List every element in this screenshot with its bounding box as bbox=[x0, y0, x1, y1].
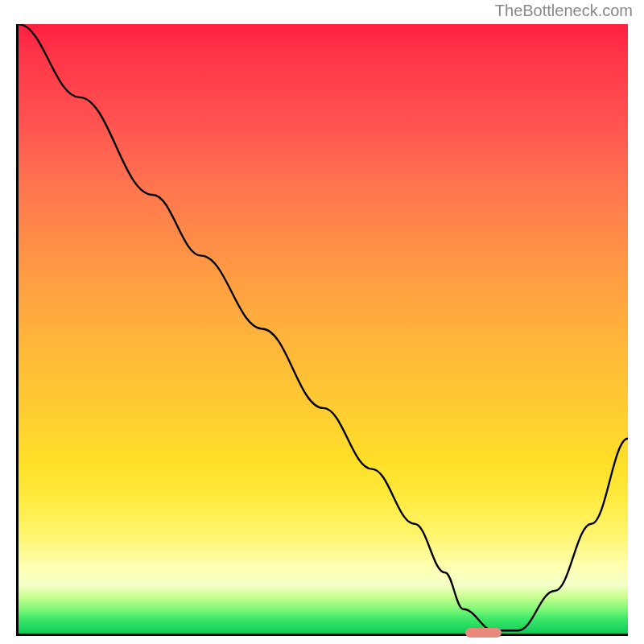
bottleneck-curve-line bbox=[19, 24, 628, 630]
watermark-text: TheBottleneck.com bbox=[495, 2, 633, 20]
chart-area bbox=[16, 24, 628, 636]
curve-plot bbox=[19, 24, 628, 634]
optimal-marker bbox=[465, 628, 502, 638]
